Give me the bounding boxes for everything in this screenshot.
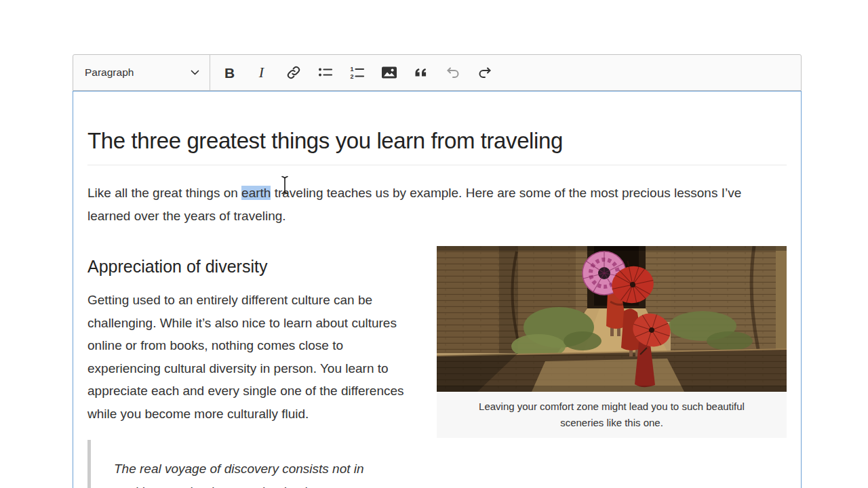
redo-icon [477,64,493,81]
text-cursor [279,175,290,198]
paragraph-style-label: Paragraph [85,66,134,79]
rich-text-editor: Paragraph B I [73,54,802,488]
italic-button[interactable]: I [248,59,275,86]
side-image-figure[interactable]: Leaving your comfort zone might lead you… [437,246,787,438]
bold-icon: B [224,66,235,80]
block-quote: The real voyage of discovery consists no… [87,440,787,488]
undo-icon [445,64,461,81]
image-icon [381,64,397,81]
quote-text: The real voyage of discovery consists no… [114,458,392,488]
travel-photo [437,246,787,392]
svg-text:2: 2 [350,73,353,80]
bulleted-list-button[interactable] [312,59,339,86]
paragraph-style-dropdown[interactable]: Paragraph [73,55,210,90]
chevron-down-icon [191,70,199,76]
bold-button[interactable]: B [216,59,243,86]
selected-text: earth [241,186,271,200]
monks-umbrellas-illustration [437,246,787,392]
image-caption: Leaving your comfort zone might lead you… [437,392,787,438]
editor-toolbar: Paragraph B I [73,54,802,91]
document-title: The three greatest things you learn from… [87,128,787,165]
block-quote-button[interactable] [408,59,435,86]
intro-text-before: Like all the great things on [87,186,241,200]
redo-button[interactable] [471,59,498,86]
numbered-list-icon: 1 2 [349,64,366,81]
link-button[interactable] [280,59,307,86]
undo-button[interactable] [439,59,467,86]
intro-paragraph: Like all the great things on earth trave… [87,182,787,227]
numbered-list-button[interactable]: 1 2 [344,59,371,86]
svg-text:1: 1 [350,66,353,73]
block-quote-icon [413,64,429,81]
link-icon [285,64,302,81]
insert-image-button[interactable] [376,59,403,86]
italic-icon: I [259,65,264,80]
toolbar-buttons: B I [210,59,500,86]
bulleted-list-icon [317,64,334,81]
editor-content-area[interactable]: The three greatest things you learn from… [73,91,802,488]
